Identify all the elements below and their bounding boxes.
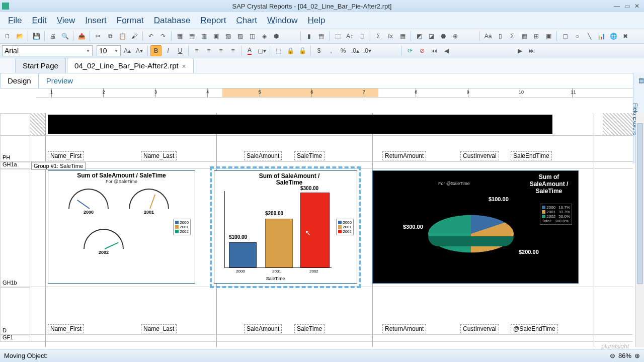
- field-name-last[interactable]: Name_Last: [141, 151, 177, 160]
- italic-button[interactable]: I: [163, 45, 174, 56]
- insert-1-icon[interactable]: ▮: [303, 31, 314, 42]
- zoom-in-icon[interactable]: ⊕: [634, 352, 640, 359]
- percent-icon[interactable]: %: [338, 45, 349, 56]
- border-icon[interactable]: ▢▾: [256, 45, 267, 56]
- menu-report[interactable]: Report: [195, 13, 231, 29]
- first-icon[interactable]: ⏮: [429, 45, 440, 56]
- tab-preview[interactable]: Preview: [39, 73, 80, 88]
- field-cust-interval[interactable]: CustInverval: [460, 151, 499, 160]
- menu-database[interactable]: Database: [149, 13, 196, 29]
- detail-name-last[interactable]: Name_Last: [141, 324, 177, 333]
- new-icon[interactable]: 🗋: [2, 31, 13, 42]
- lock-icon[interactable]: 🔒: [285, 45, 296, 56]
- dec-dec-icon[interactable]: .0▾: [362, 45, 373, 56]
- insert-12-icon[interactable]: ⊕: [450, 31, 461, 42]
- align-justify-icon[interactable]: ≡: [227, 45, 238, 56]
- expert-3-icon[interactable]: ▦: [519, 31, 530, 42]
- last-icon[interactable]: ⏭: [526, 45, 537, 56]
- detail-sale-time[interactable]: SaleTime: [294, 324, 325, 333]
- brush-icon[interactable]: 🖌: [129, 31, 140, 42]
- tab-report[interactable]: 04_02_Line_Bar_Pie-After2.rpt✕: [67, 58, 194, 73]
- align-right-icon[interactable]: ≡: [215, 45, 226, 56]
- align-left-icon[interactable]: ≡: [191, 45, 202, 56]
- tab-start-page[interactable]: Start Page: [15, 58, 66, 73]
- detail-cust-interval[interactable]: CustInverval: [460, 324, 499, 333]
- gauge-chart[interactable]: Sum of SaleAmount / SaleTime For @SaleTi…: [48, 170, 195, 284]
- refresh-icon[interactable]: ⟳: [405, 45, 416, 56]
- sigma-icon[interactable]: Σ: [507, 31, 518, 42]
- grow-font-icon[interactable]: A▴: [122, 45, 133, 56]
- menu-help[interactable]: Help: [303, 13, 331, 29]
- t4-icon[interactable]: ▣: [210, 31, 221, 42]
- font-size-select[interactable]: 10 ▼: [97, 45, 121, 56]
- insert-6-icon[interactable]: Σ: [373, 31, 384, 42]
- cut-icon[interactable]: ✂: [93, 31, 104, 42]
- currency-icon[interactable]: $: [313, 45, 325, 56]
- stop-icon[interactable]: ⊘: [417, 45, 428, 56]
- insert-8-icon[interactable]: ▦: [397, 31, 408, 42]
- detail-at-sale-end-time[interactable]: @SaleEndTime: [511, 324, 558, 333]
- menu-chart[interactable]: Chart: [231, 13, 262, 29]
- export-icon[interactable]: 📤: [76, 31, 87, 42]
- insert-4-icon[interactable]: A↕: [344, 31, 355, 42]
- expert-1-icon[interactable]: Aa: [482, 31, 494, 42]
- maximize-button[interactable]: ▭: [622, 3, 632, 10]
- insert-11-icon[interactable]: ⬣: [438, 31, 449, 42]
- field-name-first[interactable]: Name_First: [48, 151, 84, 160]
- field-sale-amount[interactable]: SaleAmount: [244, 151, 282, 160]
- shrink-font-icon[interactable]: A▾: [134, 45, 145, 56]
- t2-icon[interactable]: ▤: [186, 31, 197, 42]
- field-sale-time[interactable]: SaleTime: [294, 151, 325, 160]
- bold-button[interactable]: B: [150, 45, 162, 56]
- menu-window[interactable]: Window: [262, 13, 302, 29]
- copy-icon[interactable]: ⧉: [105, 31, 116, 42]
- undo-icon[interactable]: ↶: [145, 31, 156, 42]
- save-icon[interactable]: 💾: [31, 31, 42, 42]
- horizontal-ruler[interactable]: 12 34 56 78 910 11: [36, 88, 633, 98]
- field-sale-end-time[interactable]: SaleEndTime: [511, 151, 552, 160]
- detail-name-first[interactable]: Name_First: [48, 324, 84, 333]
- field-return-amount[interactable]: ReturnAmount: [382, 151, 426, 160]
- menu-insert[interactable]: Insert: [80, 13, 112, 29]
- t3-icon[interactable]: ▥: [198, 31, 209, 42]
- font-color-icon[interactable]: A: [244, 45, 255, 56]
- menu-format[interactable]: Format: [112, 13, 149, 29]
- expert-close-icon[interactable]: ✖: [620, 31, 631, 42]
- shape-circle-icon[interactable]: ○: [572, 31, 583, 42]
- tab-design[interactable]: Design: [0, 73, 39, 88]
- expert-2-icon[interactable]: ▯: [495, 31, 506, 42]
- section-gh1b[interactable]: GH1b: [0, 169, 30, 287]
- t9-icon[interactable]: ⬢: [271, 31, 282, 42]
- insert-7-icon[interactable]: fx: [385, 31, 396, 42]
- print-icon[interactable]: 🖨: [47, 31, 58, 42]
- redo-icon[interactable]: ↷: [157, 31, 169, 42]
- expert-5-icon[interactable]: ▣: [543, 31, 554, 42]
- menu-edit[interactable]: Edit: [27, 13, 51, 29]
- lock2-icon[interactable]: 🔓: [297, 45, 308, 56]
- section-gf1[interactable]: GF1: [0, 335, 30, 342]
- vertical-scrollbar[interactable]: [635, 113, 644, 347]
- insert-2-icon[interactable]: ▤: [315, 31, 327, 42]
- menu-view[interactable]: View: [52, 13, 80, 29]
- section-ph[interactable]: PH: [0, 136, 30, 162]
- thousands-icon[interactable]: ,: [326, 45, 337, 56]
- t8-icon[interactable]: ◈: [259, 31, 270, 42]
- align-center-icon[interactable]: ≡: [203, 45, 214, 56]
- t7-icon[interactable]: ◫: [247, 31, 258, 42]
- underline-button[interactable]: U: [175, 45, 186, 56]
- suppress-icon[interactable]: ⬚: [273, 45, 284, 56]
- detail-return-amount[interactable]: ReturnAmount: [382, 324, 426, 333]
- detail-sale-amount[interactable]: SaleAmount: [244, 324, 282, 333]
- section-gh1a[interactable]: GH1a: [0, 162, 30, 169]
- t5-icon[interactable]: ▧: [222, 31, 233, 42]
- expert-4-icon[interactable]: ⊞: [531, 31, 542, 42]
- insert-5-icon[interactable]: ⌷: [356, 31, 367, 42]
- menu-file[interactable]: File: [3, 13, 27, 29]
- minimize-button[interactable]: —: [612, 3, 622, 10]
- paste-icon[interactable]: 📋: [117, 31, 128, 42]
- font-select[interactable]: Arial ▼: [2, 45, 93, 56]
- preview-icon[interactable]: 🔍: [59, 31, 70, 42]
- t1-icon[interactable]: ▦: [174, 31, 185, 42]
- chart-icon[interactable]: 📊: [596, 31, 607, 42]
- inc-dec-icon[interactable]: .0▴: [350, 45, 361, 56]
